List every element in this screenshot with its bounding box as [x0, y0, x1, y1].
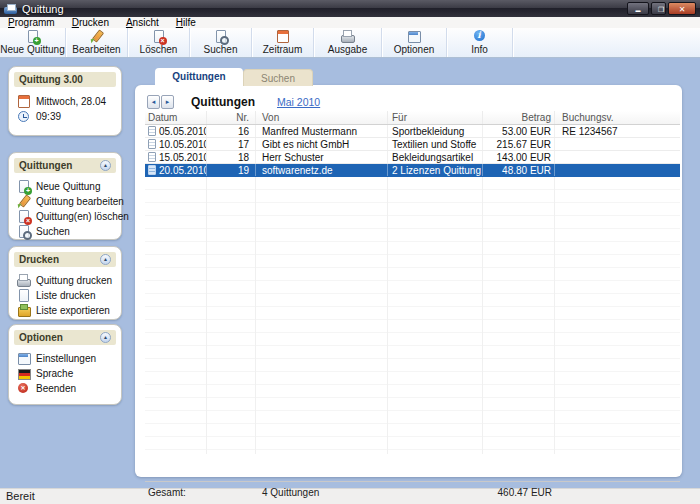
export-icon	[17, 304, 31, 317]
column-header-von[interactable]: Von	[256, 111, 388, 124]
sidebar-section-drucken: Drucken Quittung druckenListe druckenLis…	[8, 246, 122, 320]
collapse-icon[interactable]	[100, 160, 111, 171]
cell-betrag: 48.80 EUR	[483, 164, 555, 176]
period-nav: ◂ ▸ Quittungen Mai 2010	[135, 85, 682, 111]
column-header-datum[interactable]: Datum	[145, 111, 207, 124]
sidebar-item-label: Neue Quittung	[36, 181, 101, 192]
menu-item-ansicht[interactable]: Ansicht	[121, 17, 164, 28]
footer-label: Gesamt:	[145, 486, 207, 499]
toolbar-label: Info	[471, 44, 488, 55]
toolbar: Neue QuittungBearbeitenLöschenSuchenZeit…	[0, 28, 700, 58]
sidebar-item-suchen[interactable]: Suchen	[17, 224, 117, 239]
sidebar-info-card: Quittung 3.00 Mittwoch, 28.04 09:39	[8, 66, 122, 136]
current-date-label: Mittwoch, 28.04	[36, 96, 106, 107]
cell-nr: 18	[207, 151, 256, 163]
sidebar-item-label: Quittung(en) löschen	[36, 211, 129, 222]
app-window: Quittung ProgrammDruckenAnsichtHilfe Neu…	[0, 0, 700, 504]
sidebar-section-quittungen: Quittungen Neue QuittungQuittung bearbei…	[8, 152, 122, 240]
sidebar-item-sprache[interactable]: Sprache	[17, 366, 117, 381]
sidebar-item-liste-drucken[interactable]: Liste drucken	[17, 288, 117, 303]
table-row[interactable]: 20.05.201019softwarenetz.de2 Lizenzen Qu…	[145, 164, 680, 177]
table-row[interactable]: 15.05.201018Herr SchusterBekleidungsarti…	[145, 151, 680, 164]
sidebar-item-einstellungen[interactable]: Einstellungen	[17, 351, 117, 366]
main-panel: ◂ ▸ Quittungen Mai 2010 DatumNr.VonFürBe…	[135, 85, 682, 477]
neue-quittung-button[interactable]: Neue Quittung	[0, 28, 66, 57]
sidebar-item-beenden[interactable]: Beenden	[17, 381, 117, 396]
cell-von: softwarenetz.de	[256, 164, 388, 176]
table-row[interactable]: 10.05.201017Gibt es nicht GmbHTextilien …	[145, 138, 680, 151]
column-header-nr[interactable]: Nr.	[207, 111, 256, 124]
l-schen-button[interactable]: Löschen	[128, 28, 190, 57]
column-header-buchungsv[interactable]: Buchungsv.	[555, 111, 680, 124]
document-icon	[148, 126, 156, 136]
optionen-button[interactable]: Optionen	[382, 28, 447, 57]
info-button[interactable]: Info	[447, 28, 513, 57]
sidebar-item-label: Suchen	[36, 226, 70, 237]
toolbar-label: Neue Quittung	[0, 44, 65, 55]
ausgabe-button[interactable]: Ausgabe	[314, 28, 382, 57]
calendar-icon	[276, 30, 290, 43]
cell-datum: 20.05.2010	[145, 164, 207, 176]
menu-bar: ProgrammDruckenAnsichtHilfe	[0, 17, 700, 28]
settings-icon	[17, 352, 31, 365]
cell-nr: 19	[207, 164, 256, 176]
printer-icon	[17, 274, 31, 287]
collapse-icon[interactable]	[100, 254, 111, 265]
sidebar-item-quittung-bearbeiten[interactable]: Quittung bearbeiten	[17, 194, 117, 209]
tab-bar: QuittungenSuchen	[155, 68, 313, 86]
panel-title: Quittungen	[191, 95, 255, 109]
section-title: Quittungen	[19, 160, 72, 171]
window-controls	[627, 2, 696, 15]
close-button[interactable]	[668, 2, 696, 15]
cell-datum: 05.05.2010	[145, 125, 207, 137]
section-header: Optionen	[14, 330, 116, 345]
cell-betrag: 53.00 EUR	[483, 125, 555, 137]
delete-icon	[17, 210, 31, 223]
current-date: Mittwoch, 28.04	[17, 94, 117, 109]
maximize-button[interactable]	[651, 2, 666, 15]
toolbar-label: Zeitraum	[263, 44, 302, 55]
edit-icon	[17, 195, 31, 208]
menu-item-hilfe[interactable]: Hilfe	[171, 17, 201, 28]
toolbar-label: Bearbeiten	[72, 44, 120, 55]
next-period-button[interactable]: ▸	[161, 95, 174, 109]
language-flag-icon	[17, 367, 31, 380]
clock-icon	[17, 110, 31, 123]
footer-count: 4 Quittungen	[256, 486, 388, 499]
sidebar-item-quittung-drucken[interactable]: Quittung drucken	[17, 273, 117, 288]
quit-icon	[17, 382, 31, 395]
tab-quittungen[interactable]: Quittungen	[155, 68, 243, 86]
collapse-icon[interactable]	[100, 332, 111, 343]
sidebar-item-liste-exportieren[interactable]: Liste exportieren	[17, 303, 117, 318]
column-header-f-r[interactable]: Für	[388, 111, 483, 124]
sidebar-item-label: Sprache	[36, 368, 73, 379]
menu-item-programm[interactable]: Programm	[3, 17, 60, 28]
cell-datum: 15.05.2010	[145, 151, 207, 163]
calendar-icon	[17, 95, 31, 108]
sidebar-item-quittung-en-l-schen[interactable]: Quittung(en) löschen	[17, 209, 117, 224]
bearbeiten-button[interactable]: Bearbeiten	[66, 28, 128, 57]
tab-suchen[interactable]: Suchen	[243, 69, 313, 86]
cell-buchung	[555, 164, 680, 176]
sidebar-item-label: Quittung drucken	[36, 275, 112, 286]
cell-nr: 17	[207, 138, 256, 150]
sidebar-item-label: Quittung bearbeiten	[36, 196, 124, 207]
sidebar-item-neue-quittung[interactable]: Neue Quittung	[17, 179, 117, 194]
minimize-button[interactable]	[627, 2, 649, 15]
suchen-button[interactable]: Suchen	[190, 28, 252, 57]
table-footer: Gesamt: 4 Quittungen 460.47 EUR	[145, 481, 680, 503]
table-row[interactable]: 05.05.201016Manfred MustermannSportbekle…	[145, 125, 680, 138]
section-header: Quittungen	[14, 158, 116, 173]
cell-betrag: 215.67 EUR	[483, 138, 555, 150]
app-icon	[4, 4, 17, 14]
options-icon	[407, 30, 421, 43]
sidebar-item-label: Einstellungen	[36, 353, 96, 364]
receipts-table: DatumNr.VonFürBetragBuchungsv. 05.05.201…	[145, 111, 680, 454]
zeitraum-button[interactable]: Zeitraum	[252, 28, 314, 57]
content-area: Quittung 3.00 Mittwoch, 28.04 09:39 Quit…	[0, 58, 700, 488]
menu-item-drucken[interactable]: Drucken	[67, 17, 114, 28]
edit-icon	[90, 30, 104, 43]
column-header-betrag[interactable]: Betrag	[483, 111, 555, 124]
period-link[interactable]: Mai 2010	[277, 96, 320, 108]
prev-period-button[interactable]: ◂	[147, 95, 160, 109]
